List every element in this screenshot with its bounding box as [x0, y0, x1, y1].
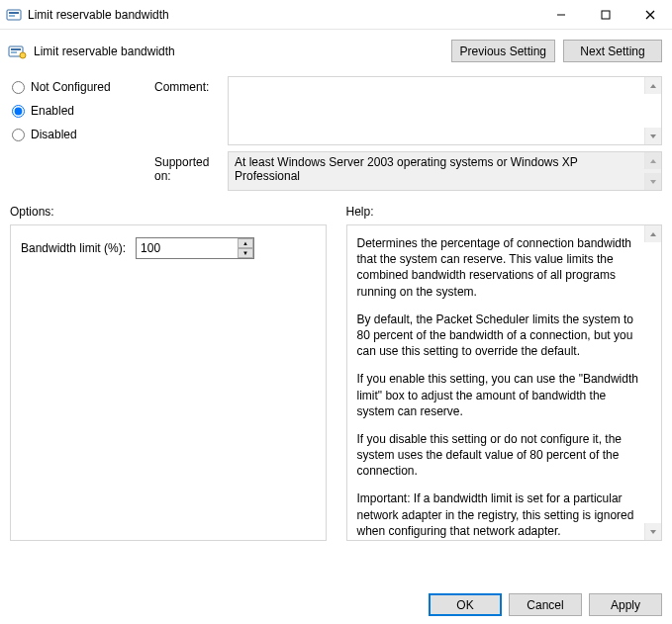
radio-disabled-label: Disabled: [31, 128, 77, 141]
help-paragraph: Important: If a bandwidth limit is set f…: [357, 490, 640, 539]
state-radio-group: Not Configured Enabled Disabled: [12, 76, 150, 145]
help-paragraph: If you enable this setting, you can use …: [357, 371, 640, 419]
options-label: Options:: [10, 205, 327, 219]
scroll-down-icon[interactable]: [644, 173, 661, 190]
next-setting-button[interactable]: Next Setting: [563, 40, 662, 62]
previous-setting-button[interactable]: Previous Setting: [451, 40, 555, 62]
radio-enabled-label: Enabled: [31, 104, 74, 118]
maximize-button[interactable]: [583, 0, 627, 29]
help-paragraph: By default, the Packet Scheduler limits …: [357, 312, 640, 360]
cancel-button[interactable]: Cancel: [509, 593, 582, 616]
svg-rect-9: [11, 51, 17, 53]
window-title: Limit reservable bandwidth: [28, 8, 538, 22]
svg-rect-8: [11, 48, 21, 50]
scroll-up-icon[interactable]: [644, 225, 661, 242]
apply-button[interactable]: Apply: [589, 593, 662, 616]
spinner-up-button[interactable]: ▲: [238, 238, 253, 248]
app-icon: [6, 7, 22, 23]
help-panel: Determines the percentage of connection …: [346, 224, 663, 541]
comment-textarea[interactable]: [229, 77, 644, 144]
policy-title: Limit reservable bandwidth: [34, 45, 443, 58]
svg-rect-2: [9, 15, 15, 17]
radio-disabled[interactable]: Disabled: [12, 128, 150, 141]
spinner-down-button[interactable]: ▼: [238, 248, 253, 258]
radio-enabled-input[interactable]: [12, 105, 25, 118]
svg-rect-1: [9, 12, 19, 14]
svg-point-10: [20, 52, 26, 58]
bandwidth-limit-label: Bandwidth limit (%):: [21, 241, 126, 255]
header-row: Limit reservable bandwidth Previous Sett…: [0, 30, 672, 70]
scroll-up-icon[interactable]: [644, 152, 661, 169]
bandwidth-limit-input[interactable]: [136, 237, 254, 259]
radio-enabled[interactable]: Enabled: [12, 104, 150, 118]
options-panel: Bandwidth limit (%): ▲ ▼: [10, 224, 327, 541]
ok-button[interactable]: OK: [429, 593, 502, 616]
help-paragraph: If you disable this setting or do not co…: [357, 431, 640, 480]
minimize-button[interactable]: [538, 0, 583, 29]
help-paragraph: Determines the percentage of connection …: [357, 235, 640, 300]
radio-not-configured[interactable]: Not Configured: [12, 80, 150, 94]
policy-icon: [8, 44, 28, 59]
help-label: Help:: [346, 205, 663, 219]
svg-rect-4: [602, 11, 610, 19]
scroll-up-icon[interactable]: [644, 77, 661, 94]
radio-not-configured-input[interactable]: [12, 81, 25, 94]
comment-label: Comment:: [154, 76, 224, 145]
supported-on-label: Supported on:: [154, 151, 224, 183]
footer-buttons: OK Cancel Apply: [429, 593, 662, 616]
supported-on-box: At least Windows Server 2003 operating s…: [228, 151, 662, 191]
scroll-down-icon[interactable]: [644, 128, 661, 144]
supported-on-text: At least Windows Server 2003 operating s…: [235, 155, 578, 183]
scroll-down-icon[interactable]: [644, 523, 661, 540]
title-bar: Limit reservable bandwidth: [0, 0, 672, 30]
radio-disabled-input[interactable]: [12, 129, 25, 141]
radio-not-configured-label: Not Configured: [31, 80, 111, 94]
close-button[interactable]: [627, 0, 672, 29]
comment-box: [228, 76, 662, 145]
